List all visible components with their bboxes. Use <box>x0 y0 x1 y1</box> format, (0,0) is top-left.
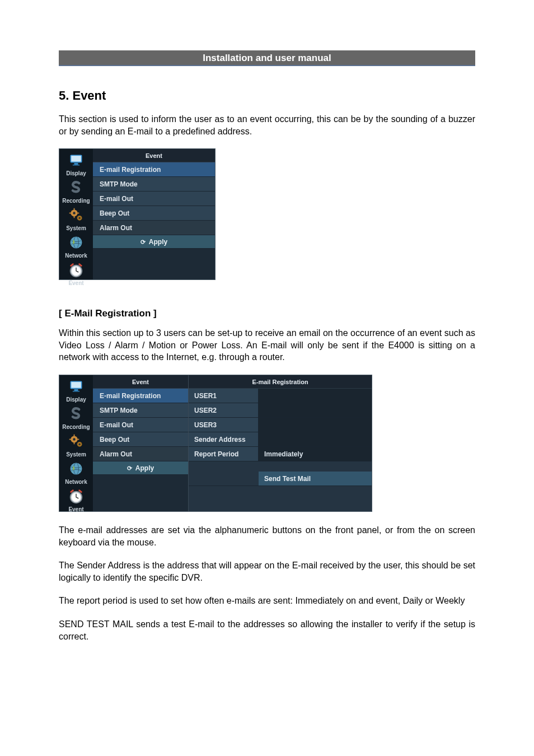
apply-label: Apply <box>149 238 167 246</box>
panel-spacer <box>189 472 259 486</box>
select-report-period[interactable]: Immediately <box>259 447 372 461</box>
gears-icon <box>67 206 86 224</box>
panel-filler <box>189 486 372 511</box>
globe-icon <box>67 460 86 478</box>
event-menu: Event E-mail Registration SMTP Mode E-ma… <box>93 149 215 279</box>
clock-icon <box>67 487 86 505</box>
section-intro: This section is used to inform the user … <box>59 113 475 137</box>
svg-rect-2 <box>74 163 78 165</box>
gears-icon <box>67 432 86 450</box>
sidebar-item-label: Network <box>65 479 87 485</box>
sidebar-item-system[interactable]: System <box>60 206 92 231</box>
label-sender-address: Sender Address <box>189 432 259 446</box>
sidebar: Display Recording System Network Event <box>59 149 93 279</box>
sidebar-item-recording[interactable]: Recording <box>60 405 92 430</box>
sync-icon: ⟳ <box>140 239 146 245</box>
sidebar-item-label: System <box>66 451 86 458</box>
input-user1[interactable] <box>259 389 372 403</box>
email-registration-panel: E-mail Registration USER1 USER2 USER3 Se… <box>188 375 372 511</box>
globe-icon <box>67 234 86 251</box>
svg-point-21 <box>73 438 75 440</box>
sidebar-item-system[interactable]: System <box>60 432 92 458</box>
label-user3: USER3 <box>189 418 259 432</box>
sidebar-item-network[interactable]: Network <box>60 234 92 259</box>
apply-button[interactable]: ⟳Apply <box>93 235 215 249</box>
menu-header: Event <box>93 375 188 389</box>
sidebar-item-label: Recording <box>62 424 90 430</box>
apply-button[interactable]: ⟳Apply <box>93 461 188 475</box>
svg-point-12 <box>71 237 82 249</box>
menu-header: Event <box>93 149 215 162</box>
svg-rect-7 <box>74 216 75 218</box>
svg-rect-19 <box>73 391 79 392</box>
event-menu: Event E-mail Registration SMTP Mode E-ma… <box>93 375 188 511</box>
email-reg-p2: The Sender Address is the address that w… <box>59 559 475 584</box>
event-menu-screenshot: Display Recording System Network Event <box>59 148 216 280</box>
menu-item-email-registration[interactable]: E-mail Registration <box>93 162 215 177</box>
svg-point-5 <box>73 212 75 214</box>
menu-item-smtp-mode[interactable]: SMTP Mode <box>93 403 188 418</box>
sidebar-item-recording[interactable]: Recording <box>60 179 92 204</box>
sidebar-item-display[interactable]: Display <box>60 151 92 176</box>
section-title: 5. Event <box>59 88 475 103</box>
monitor-icon <box>67 377 86 395</box>
email-reg-p3: The report period is used to set how oft… <box>59 595 475 607</box>
sidebar: Display Recording System Network Event <box>59 375 93 511</box>
email-reg-heading: [ E-Mail Registration ] <box>59 308 475 319</box>
svg-rect-1 <box>71 156 81 162</box>
email-registration-screenshot: Display Recording System Network Event <box>59 375 372 512</box>
menu-item-alarm-out[interactable]: Alarm Out <box>93 447 188 461</box>
sidebar-item-display[interactable]: Display <box>60 377 92 403</box>
send-test-mail-button[interactable]: Send Test Mail <box>259 472 372 486</box>
clock-icon <box>67 261 86 279</box>
svg-point-28 <box>71 463 82 474</box>
input-sender-address[interactable] <box>259 432 372 446</box>
sidebar-item-label: System <box>66 225 86 231</box>
sidebar-item-event[interactable]: Event <box>60 487 92 512</box>
header-title: Installation and user manual <box>203 53 331 63</box>
monitor-icon <box>67 151 86 169</box>
sidebar-item-label: Event <box>68 280 83 286</box>
panel-spacer <box>189 461 372 472</box>
sidebar-item-network[interactable]: Network <box>60 460 92 485</box>
svg-rect-22 <box>74 435 75 437</box>
svg-rect-9 <box>77 213 79 214</box>
s-icon <box>67 405 86 423</box>
svg-point-27 <box>79 444 81 445</box>
input-user3[interactable] <box>259 418 372 432</box>
sidebar-item-label: Display <box>66 170 86 176</box>
email-reg-desc: Within this section up to 3 users can be… <box>59 327 475 363</box>
menu-item-alarm-out[interactable]: Alarm Out <box>93 221 215 235</box>
s-icon <box>67 179 86 197</box>
menu-item-beep-out[interactable]: Beep Out <box>93 432 188 447</box>
apply-label: Apply <box>135 464 154 472</box>
svg-rect-8 <box>69 213 72 214</box>
sidebar-item-label: Recording <box>62 198 90 204</box>
svg-rect-23 <box>74 442 75 445</box>
sync-icon: ⟳ <box>127 465 132 472</box>
menu-item-email-out[interactable]: E-mail Out <box>93 418 188 432</box>
sidebar-item-label: Event <box>68 506 83 512</box>
svg-rect-3 <box>73 165 79 166</box>
svg-point-11 <box>79 217 81 219</box>
svg-rect-6 <box>74 208 75 211</box>
svg-rect-24 <box>69 439 72 440</box>
sidebar-item-label: Display <box>66 396 86 403</box>
menu-item-email-out[interactable]: E-mail Out <box>93 192 215 206</box>
label-user1: USER1 <box>189 389 259 403</box>
panel-header: E-mail Registration <box>189 375 372 389</box>
sidebar-item-label: Network <box>65 253 87 259</box>
email-reg-p1: The e-mail addresses are set via the alp… <box>59 524 475 548</box>
page-header-bar: Installation and user manual <box>59 50 475 66</box>
sidebar-item-event[interactable]: Event <box>60 261 92 286</box>
menu-item-smtp-mode[interactable]: SMTP Mode <box>93 177 215 192</box>
menu-item-email-registration[interactable]: E-mail Registration <box>93 389 188 403</box>
label-user2: USER2 <box>189 403 259 417</box>
svg-rect-25 <box>77 439 79 440</box>
label-report-period: Report Period <box>189 447 259 461</box>
email-reg-p4: SEND TEST MAIL sends a test E-mail to th… <box>59 618 475 642</box>
svg-rect-18 <box>74 389 78 391</box>
menu-item-beep-out[interactable]: Beep Out <box>93 206 215 221</box>
svg-rect-17 <box>71 382 81 388</box>
input-user2[interactable] <box>259 403 372 417</box>
